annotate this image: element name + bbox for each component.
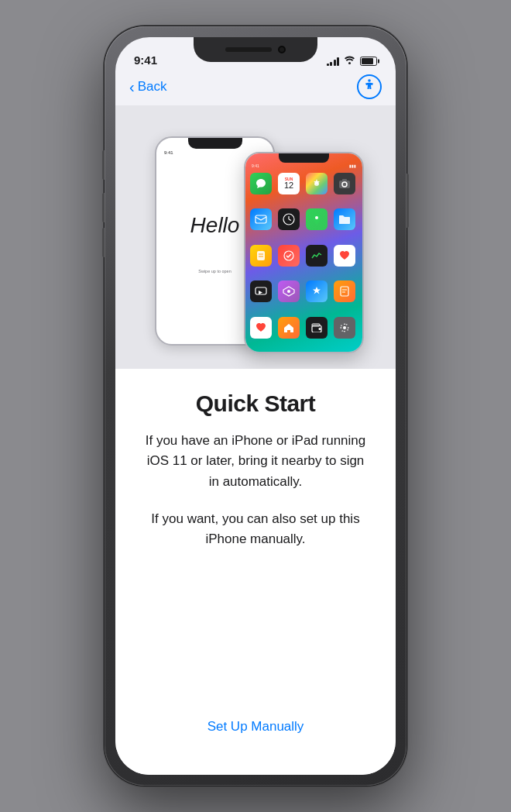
app-mail: [250, 208, 272, 230]
svg-line-9: [289, 219, 291, 221]
home-screen: SUN 12: [245, 170, 362, 352]
app-camera: [334, 173, 355, 194]
app-settings: [334, 317, 355, 339]
back-label: Back: [138, 79, 167, 95]
accessibility-icon: [362, 78, 376, 95]
status-time: 9:41: [134, 53, 157, 67]
nav-bar: ‹ Back: [115, 71, 396, 105]
back-button[interactable]: ‹ Back: [129, 79, 166, 95]
app-clock: [278, 208, 300, 230]
bottom-spacer: [115, 759, 396, 775]
svg-point-1: [368, 79, 371, 82]
battery-icon: [360, 57, 377, 66]
back-phone-notch: [188, 138, 242, 149]
app-stocks: [306, 245, 328, 267]
app-health2: [250, 317, 272, 339]
app-messages: [250, 173, 272, 194]
content-section: Quick Start If you have an iPhone or iPa…: [115, 369, 396, 759]
app-calendar: SUN 12: [278, 173, 300, 194]
phone-device: 9:41 ‹ Bac: [105, 26, 406, 786]
setup-manually-button[interactable]: Set Up Manually: [140, 710, 371, 744]
svg-rect-15: [256, 287, 266, 294]
app-health: [334, 245, 355, 267]
app-home: [278, 317, 300, 339]
app-reminders: [278, 245, 300, 267]
svg-rect-5: [342, 179, 347, 181]
svg-point-23: [343, 326, 346, 329]
phone-screen: 9:41 ‹ Bac: [115, 37, 396, 775]
hello-text: Hello: [190, 213, 240, 238]
wifi-icon: [344, 56, 355, 67]
back-chevron-icon: ‹: [129, 79, 135, 95]
app-appstore: [306, 280, 328, 302]
app-tv: [250, 280, 272, 302]
notch: [194, 37, 317, 62]
app-wallet: [306, 317, 328, 339]
front-phone-notch: [279, 153, 329, 163]
app-files: [334, 208, 355, 230]
svg-point-22: [319, 328, 321, 330]
app-maps: [306, 208, 328, 230]
svg-rect-17: [341, 287, 348, 296]
app-photos: [306, 173, 328, 194]
svg-point-10: [315, 216, 318, 219]
phones-illustration: 9:41 ▮▮▮ Hello Swipe up to open 9:41 ▮: [147, 129, 364, 361]
front-camera: [278, 46, 286, 53]
phone-existing: 9:41 ▮▮▮ SUN 12: [244, 152, 364, 353]
page-title: Quick Start: [196, 391, 316, 417]
svg-rect-11: [257, 251, 265, 260]
svg-point-16: [287, 290, 290, 293]
phone-wallpaper: 9:41 ▮▮▮ SUN 12: [245, 153, 362, 352]
speaker: [225, 47, 272, 52]
front-phone-status: 9:41 ▮▮▮: [245, 163, 362, 170]
swipe-text: Swipe up to open: [198, 269, 231, 274]
app-books: [334, 280, 355, 302]
status-icons: [327, 56, 378, 67]
app-arcade: [278, 280, 300, 302]
svg-point-0: [348, 62, 351, 64]
illustration-section: 9:41 ▮▮▮ Hello Swipe up to open 9:41 ▮: [115, 105, 396, 369]
description-2: If you want, you can also set up this iP…: [140, 509, 371, 550]
accessibility-button[interactable]: [357, 74, 382, 99]
svg-rect-6: [256, 215, 266, 223]
signal-icon: [327, 57, 340, 66]
app-notes: [250, 245, 272, 267]
description-1: If you have an iPhone or iPad running iO…: [140, 431, 371, 492]
